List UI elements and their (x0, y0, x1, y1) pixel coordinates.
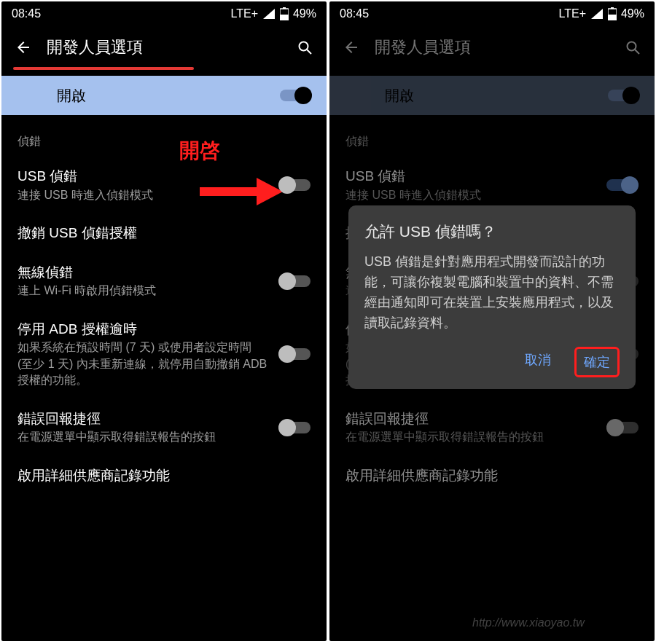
master-enable-label: 開啟 (344, 86, 608, 106)
svg-rect-9 (611, 7, 614, 9)
back-button[interactable] (338, 39, 364, 56)
setting-title: 撤銷 USB 偵錯授權 (17, 224, 302, 243)
setting-sub: 連接 USB 時進入偵錯模式 (345, 187, 598, 203)
svg-rect-1 (280, 15, 289, 20)
battery-text: 49% (621, 7, 644, 20)
setting-title: 停用 ADB 授權逾時 (17, 320, 270, 339)
battery-text: 49% (293, 7, 316, 20)
app-header: 開發人員選項 (329, 26, 655, 68)
dialog-actions: 取消 確定 (364, 334, 620, 382)
annotation-open-label: 開啓 (179, 137, 220, 165)
status-right: LTE+ 49% (230, 7, 316, 20)
master-enable-row[interactable]: 開啟 (329, 76, 655, 115)
svg-text:http://www.xiaoyao.tw: http://www.xiaoyao.tw (472, 616, 585, 629)
battery-icon (280, 7, 289, 20)
setting-verbose-vendor[interactable]: 啟用詳細供應商記錄功能 (1, 456, 327, 495)
svg-point-10 (628, 42, 636, 51)
page-title: 開發人員選項 (364, 36, 620, 58)
setting-bugreport[interactable]: 錯誤回報捷徑 在電源選單中顯示取得錯誤報告的按鈕 (1, 399, 327, 456)
signal-icon (262, 8, 276, 20)
status-bar: 08:45 LTE+ 49% (329, 1, 655, 26)
network-label: LTE+ (230, 7, 258, 20)
phone-right: 08:45 LTE+ 49% 開發人員選項 開啟 (329, 1, 655, 641)
usb-debug-dialog: 允許 USB 偵錯嗎？ USB 偵錯是針對應用程式開發而設計的功能，可讓你複製電… (348, 205, 636, 389)
wireless-debug-toggle[interactable] (278, 272, 311, 290)
master-enable-toggle[interactable] (280, 87, 312, 104)
signal-icon (590, 8, 604, 20)
svg-rect-8 (608, 15, 617, 20)
battery-icon (608, 7, 617, 20)
watermark: http://www.xiaoyao.tw (472, 606, 647, 635)
setting-sub: 在電源選單中顯示取得錯誤報告的按鈕 (17, 429, 270, 445)
master-enable-label: 開啟 (16, 86, 280, 106)
usb-debug-toggle[interactable] (606, 176, 639, 194)
dialog-title: 允許 USB 偵錯嗎？ (364, 221, 620, 242)
adb-timeout-toggle[interactable] (278, 345, 311, 363)
search-button[interactable] (620, 39, 646, 56)
master-enable-row[interactable]: 開啟 (1, 76, 327, 115)
master-enable-toggle[interactable] (608, 87, 640, 104)
title-underline-annotation (13, 67, 194, 70)
setting-title: USB 偵錯 (345, 167, 598, 186)
section-debug: 偵錯 (329, 115, 655, 157)
app-header: 開發人員選項 (1, 26, 327, 68)
setting-sub: 如果系統在預設時間 (7 天) 或使用者設定時間 (至少 1 天) 內未重新連線… (17, 339, 270, 388)
phone-left: 08:45 LTE+ 49% 開發人員選項 開啟 (1, 1, 327, 641)
setting-title: 錯誤回報捷徑 (345, 409, 598, 428)
setting-bugreport[interactable]: 錯誤回報捷徑 在電源選單中顯示取得錯誤報告的按鈕 (329, 399, 655, 456)
annotation-arrow-icon (197, 175, 284, 208)
svg-rect-2 (283, 7, 286, 9)
page-title: 開發人員選項 (36, 36, 292, 58)
dialog-cancel-button[interactable]: 取消 (518, 347, 558, 377)
svg-point-3 (300, 42, 308, 51)
dialog-ok-button[interactable]: 確定 (574, 347, 620, 377)
section-debug: 偵錯 (1, 115, 327, 157)
setting-adb-timeout[interactable]: 停用 ADB 授權逾時 如果系統在預設時間 (7 天) 或使用者設定時間 (至少… (1, 310, 327, 399)
setting-title: 啟用詳細供應商記錄功能 (345, 466, 630, 485)
search-button[interactable] (292, 39, 318, 56)
bugreport-toggle[interactable] (278, 419, 311, 436)
setting-revoke-usb[interactable]: 撤銷 USB 偵錯授權 (1, 213, 327, 253)
status-time: 08:45 (340, 7, 369, 20)
setting-verbose-vendor[interactable]: 啟用詳細供應商記錄功能 (329, 456, 655, 495)
back-button[interactable] (10, 39, 36, 56)
svg-line-4 (307, 50, 311, 54)
setting-title: 無線偵錯 (17, 263, 270, 282)
bugreport-toggle[interactable] (606, 419, 639, 436)
status-right: LTE+ 49% (558, 7, 644, 20)
svg-line-11 (635, 50, 639, 54)
setting-title: 啟用詳細供應商記錄功能 (17, 466, 302, 485)
setting-title: 錯誤回報捷徑 (17, 409, 270, 428)
usb-debug-toggle[interactable] (278, 176, 311, 194)
network-label: LTE+ (558, 7, 586, 20)
status-bar: 08:45 LTE+ 49% (1, 1, 327, 26)
dialog-body: USB 偵錯是針對應用程式開發而設計的功能，可讓你複製電腦和裝置中的資料、不需經… (364, 252, 620, 334)
setting-sub: 連上 Wi-Fi 時啟用偵錯模式 (17, 283, 270, 299)
setting-wireless-debug[interactable]: 無線偵錯 連上 Wi-Fi 時啟用偵錯模式 (1, 253, 327, 310)
status-time: 08:45 (12, 7, 41, 20)
setting-sub: 在電源選單中顯示取得錯誤報告的按鈕 (345, 429, 598, 445)
